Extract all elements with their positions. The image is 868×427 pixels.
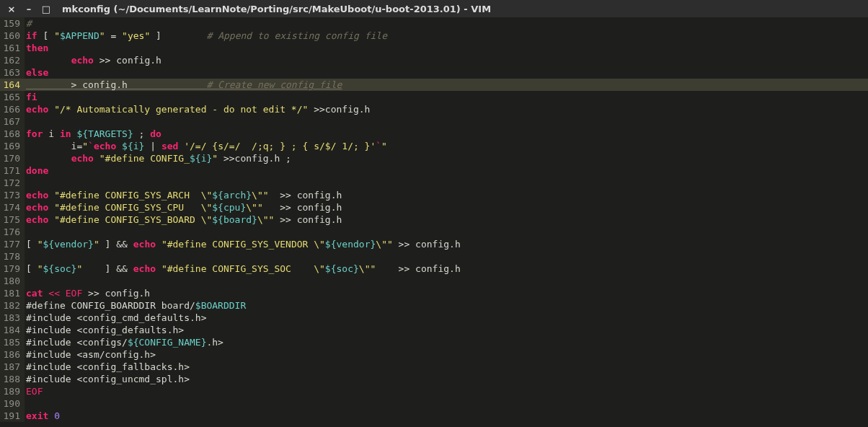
code-line[interactable]: 184#include <config_defaults.h> — [0, 324, 868, 336]
token-punct: = — [105, 30, 122, 41]
code-text[interactable]: #include <configs/${CONFIG_NAME}.h> — [25, 336, 868, 348]
token-punct: | — [144, 141, 161, 151]
token-kw: echo — [26, 104, 48, 115]
code-line[interactable]: 161then — [0, 42, 868, 54]
line-number: 189 — [0, 385, 25, 397]
token-punct: .h> — [206, 337, 223, 348]
code-text[interactable]: i="`echo ${i} | sed '/=/ {s/=/ /;q; } ; … — [25, 140, 868, 152]
code-line[interactable]: 180 — [0, 275, 868, 287]
code-text[interactable]: # — [25, 17, 868, 30]
code-text[interactable]: echo >> config.h — [25, 54, 868, 66]
editor[interactable]: 159#160if [ "$APPEND" = "yes" ] # Append… — [0, 17, 868, 422]
code-text[interactable]: EOF — [25, 385, 868, 397]
code-line[interactable]: 185#include <configs/${CONFIG_NAME}.h> — [0, 336, 868, 348]
code-text[interactable]: > config.h # Create new config file — [25, 79, 868, 91]
code-text[interactable]: for i in ${TARGETS} ; do — [25, 128, 868, 140]
code-line[interactable]: 191exit 0 — [0, 410, 868, 422]
minimize-icon[interactable]: – — [23, 4, 35, 14]
code-line[interactable]: 188#include <config_uncmd_spl.h> — [0, 373, 868, 385]
code-line[interactable]: 187#include <config_fallbacks.h> — [0, 361, 868, 373]
code-line[interactable]: 165fi — [0, 91, 868, 103]
code-text[interactable]: exit 0 — [25, 410, 868, 422]
line-number: 185 — [0, 336, 25, 348]
code-line[interactable]: 190 — [0, 397, 868, 410]
line-number: 164 — [0, 79, 25, 91]
code-text[interactable]: echo "#define CONFIG_${i}" >>config.h ; — [25, 152, 868, 164]
code-line[interactable]: 171done — [0, 164, 868, 177]
code-line[interactable]: 168for i in ${TARGETS} ; do — [0, 128, 868, 140]
code-line[interactable]: 174echo "#define CONFIG_SYS_CPU \"${cpu}… — [0, 201, 868, 214]
code-line[interactable]: 166echo "/* Automatically generated - do… — [0, 103, 868, 115]
token-kw: sed — [161, 141, 178, 151]
token-punct — [156, 239, 161, 250]
code-text[interactable]: else — [25, 66, 868, 79]
token-var: ${i} — [122, 141, 144, 151]
code-text[interactable]: [ "${soc}" ] && echo "#define CONFIG_SYS… — [25, 263, 868, 275]
code-text[interactable] — [25, 115, 868, 128]
code-text[interactable]: echo "#define CONFIG_SYS_BOARD \"${board… — [25, 214, 868, 226]
code-text[interactable]: cat << EOF >> config.h — [25, 287, 868, 299]
close-icon[interactable]: × — [6, 4, 17, 14]
code-text[interactable]: [ "${vendor}" ] && echo "#define CONFIG_… — [25, 238, 868, 250]
token-str: "#define CONFIG_SYS_ARCH \" — [54, 190, 212, 201]
token-punct: >> config.h — [82, 288, 150, 299]
token-str: \"" — [246, 202, 262, 213]
token-kw: echo — [133, 263, 156, 274]
code-line[interactable]: 169 i="`echo ${i} | sed '/=/ {s/=/ /;q; … — [0, 140, 868, 152]
token-punct: i= — [26, 141, 82, 151]
token-red: ` — [376, 141, 381, 151]
line-number: 165 — [0, 91, 25, 103]
token-punct — [48, 104, 54, 115]
code-line[interactable]: 183#include <config_cmd_defaults.h> — [0, 312, 868, 324]
code-line[interactable]: 159# — [0, 17, 868, 30]
code-line[interactable]: 162 echo >> config.h — [0, 54, 868, 66]
code-text[interactable]: #include <config_fallbacks.h> — [25, 361, 868, 373]
code-text[interactable]: echo "/* Automatically generated - do no… — [25, 103, 868, 115]
token-punct — [48, 410, 54, 421]
code-line[interactable]: 167 — [0, 115, 868, 128]
code-line[interactable]: 172 — [0, 177, 868, 189]
code-line[interactable]: 175echo "#define CONFIG_SYS_BOARD \"${bo… — [0, 214, 868, 226]
code-line[interactable]: 189EOF — [0, 385, 868, 397]
token-var: ${arch} — [212, 190, 252, 201]
token-punct — [156, 263, 161, 274]
code-line[interactable]: 176 — [0, 226, 868, 238]
code-line[interactable]: 164 > config.h # Create new config file — [0, 79, 868, 91]
code-line[interactable]: 179[ "${soc}" ] && echo "#define CONFIG_… — [0, 263, 868, 275]
code-line[interactable]: 170 echo "#define CONFIG_${i}" >>config.… — [0, 152, 868, 164]
code-text[interactable] — [25, 177, 868, 189]
token-str: '/=/ {s/=/ /;q; } ; { s/$/ 1/; }' — [184, 141, 376, 151]
token-kw: echo — [71, 153, 94, 164]
code-text[interactable]: #include <asm/config.h> — [25, 348, 868, 361]
code-text[interactable]: fi — [25, 91, 868, 103]
code-line[interactable]: 173echo "#define CONFIG_SYS_ARCH \"${arc… — [0, 189, 868, 201]
code-line[interactable]: 181cat << EOF >> config.h — [0, 287, 868, 299]
code-line[interactable]: 163else — [0, 66, 868, 79]
code-line[interactable]: 177[ "${vendor}" ] && echo "#define CONF… — [0, 238, 868, 250]
token-punct: >> config.h — [393, 239, 461, 250]
code-text[interactable]: then — [25, 42, 868, 54]
token-punct: i — [43, 128, 59, 139]
code-text[interactable]: #include <config_defaults.h> — [25, 324, 868, 336]
code-text[interactable] — [25, 250, 868, 263]
code-line[interactable]: 178 — [0, 250, 868, 263]
token-punct: >> config.h — [94, 55, 161, 66]
code-line[interactable]: 182#define CONFIG_BOARDDIR board/$BOARDD… — [0, 299, 868, 312]
line-number: 186 — [0, 348, 25, 361]
token-punct — [26, 153, 71, 164]
code-text[interactable]: #include <config_uncmd_spl.h> — [25, 373, 868, 385]
code-text[interactable]: echo "#define CONFIG_SYS_ARCH \"${arch}\… — [25, 189, 868, 201]
maximize-icon[interactable]: □ — [40, 4, 52, 14]
line-number: 182 — [0, 299, 25, 312]
code-text[interactable] — [25, 226, 868, 238]
code-text[interactable]: #define CONFIG_BOARDDIR board/$BOARDDIR — [25, 299, 868, 312]
code-text[interactable]: if [ "$APPEND" = "yes" ] # Append to exi… — [25, 30, 868, 42]
code-line[interactable]: 160if [ "$APPEND" = "yes" ] # Append to … — [0, 30, 868, 42]
code-text[interactable]: #include <config_cmd_defaults.h> — [25, 312, 868, 324]
code-text[interactable] — [25, 397, 868, 410]
code-text[interactable]: echo "#define CONFIG_SYS_CPU \"${cpu}\""… — [25, 201, 868, 214]
code-line[interactable]: 186#include <asm/config.h> — [0, 348, 868, 361]
code-text[interactable]: done — [25, 164, 868, 177]
code-text[interactable] — [25, 275, 868, 287]
token-var: ${CONFIG_NAME} — [128, 337, 207, 348]
